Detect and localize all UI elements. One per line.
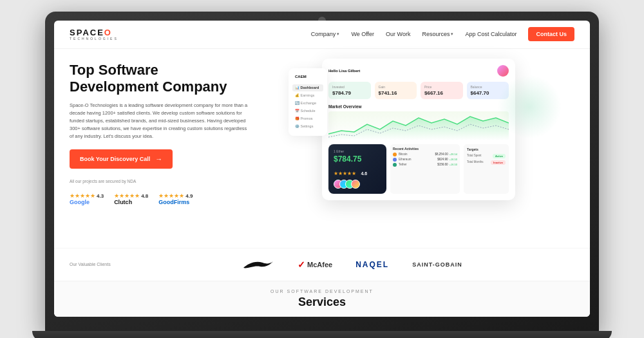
logo-dot: O [104, 28, 112, 37]
target-item-1: Total Spent Active [467, 154, 506, 158]
sidebar-schedule: 📅 Schedule [292, 108, 323, 115]
arrow-icon: → [155, 155, 162, 163]
dashboard-greeting: Hello Lisa Gilbert [328, 69, 360, 73]
contact-button[interactable]: Contact Us [528, 27, 574, 41]
stat-invested: Invested $784.79 [328, 82, 371, 99]
stat-gain: Gain $741.16 [375, 82, 417, 99]
hero-left: Top Software Development Company Space-O… [70, 62, 263, 241]
stats-row: Invested $784.79 Gain $741.16 Price $667… [328, 82, 509, 99]
nike-logo [242, 258, 274, 272]
activity-ethereum: Ethereum $624.90 +16.50 [393, 158, 457, 162]
user-avatar [497, 65, 509, 77]
laptop-container: SPACEO TECHNOLOGIES Company ▾ We Offer O… [45, 5, 599, 333]
btc-icon [393, 153, 397, 156]
rating-google: ★★★★★ 4.3 Google [70, 192, 104, 205]
dashboard-sidebar: CAEM 📊 Dashboard 💰 Earnings 🔄 Exchange 📅… [289, 68, 327, 136]
hero-right: CAEM 📊 Dashboard 💰 Earnings 🔄 Exchange 📅… [263, 62, 574, 241]
client-logos: ✓McAfee NAQEL SAINT-GOBAIN [130, 258, 574, 272]
rating-clutch: ★★★★★ 4.8 Clutch [114, 192, 148, 205]
hero-title: Top Software Development Company [70, 62, 250, 96]
nav-links: Company ▾ We Offer Our Work Resources ▾ … [311, 27, 574, 41]
recent-activities-card: Recent Activities Bitcoin $8,254.00 +26.… [390, 144, 460, 194]
market-chart [328, 111, 509, 140]
saint-gobain-logo: SAINT-GOBAIN [412, 261, 462, 268]
clients-label: Our Valuable Clients [70, 262, 111, 267]
nav-resources[interactable]: Resources ▾ [422, 31, 453, 37]
hero-description: Space-O Technologies is a leading softwa… [70, 102, 250, 140]
stat-balance: Balance $647.70 [467, 82, 509, 99]
laptop-base [32, 331, 612, 339]
nav-we-offer[interactable]: We Offer [351, 31, 374, 37]
targets-card: Targets Total Spent Active Total Months … [464, 144, 509, 194]
target-item-2: Total Months Inactive [467, 160, 506, 165]
sidebar-exchange: 🔄 Exchange [292, 100, 323, 107]
laptop-screen: SPACEO TECHNOLOGIES Company ▾ We Offer O… [54, 21, 590, 317]
rating-goodfirms: ★★★★★ 4.9 GoodFirms [158, 192, 193, 205]
website-content: SPACEO TECHNOLOGIES Company ▾ We Offer O… [54, 21, 590, 317]
nav-app-cost[interactable]: App Cost Calculator [465, 31, 516, 37]
tether-icon [393, 163, 397, 167]
services-title: Services [70, 296, 574, 309]
clients-section: Our Valuable Clients ✓McAfee [54, 248, 590, 281]
services-section: OUR SOFTWARE DEVELOPMENT Services [54, 281, 590, 317]
nav-company[interactable]: Company ▾ [311, 31, 340, 37]
mcafee-logo: ✓McAfee [298, 259, 332, 270]
naqel-logo: NAQEL [355, 260, 389, 269]
activity-bitcoin: Bitcoin $8,254.00 +26.54 [393, 153, 457, 156]
mini-avatar-4 [351, 180, 360, 189]
balance-card: 1 Ether $784.75 ★★★★★ 4.6 [328, 144, 386, 194]
sidebar-logo: CAEM [292, 73, 323, 80]
market-overview: Market Overview [328, 104, 509, 140]
user-avatars-row [334, 180, 381, 189]
navbar: SPACEO TECHNOLOGIES Company ▾ We Offer O… [54, 21, 590, 49]
nav-our-work[interactable]: Our Work [386, 31, 410, 37]
activity-tether: Tether $156.60 +16.50 [393, 163, 457, 167]
logo: SPACEO TECHNOLOGIES [70, 28, 118, 41]
cta-button[interactable]: Book Your Discovery Call → [70, 149, 173, 169]
sidebar-promos: 🎁 Promos [292, 115, 323, 122]
ratings-row: ★★★★★ 4.3 Google ★★★★★ 4.8 Clutch [70, 192, 250, 205]
eth-icon [393, 158, 397, 162]
stat-price: Price $667.16 [421, 82, 463, 99]
logo-text: SPACEO [70, 28, 118, 37]
nda-text: All our projects are secured by NDA [70, 179, 250, 183]
logo-name: SPACE [70, 28, 104, 37]
sidebar-earnings: 💰 Earnings [292, 92, 323, 99]
logo-subtitle: TECHNOLOGIES [70, 37, 118, 41]
sidebar-settings: ⚙️ Settings [292, 123, 323, 130]
services-subtitle: OUR SOFTWARE DEVELOPMENT [70, 289, 574, 294]
hero-section: Top Software Development Company Space-O… [54, 49, 590, 248]
sidebar-dashboard: 📊 Dashboard [292, 84, 323, 91]
dashboard-header: Hello Lisa Gilbert [328, 65, 509, 77]
laptop-body: SPACEO TECHNOLOGIES Company ▾ We Offer O… [45, 12, 599, 333]
dashboard-card: Hello Lisa Gilbert Invested $784.79 [322, 59, 515, 200]
